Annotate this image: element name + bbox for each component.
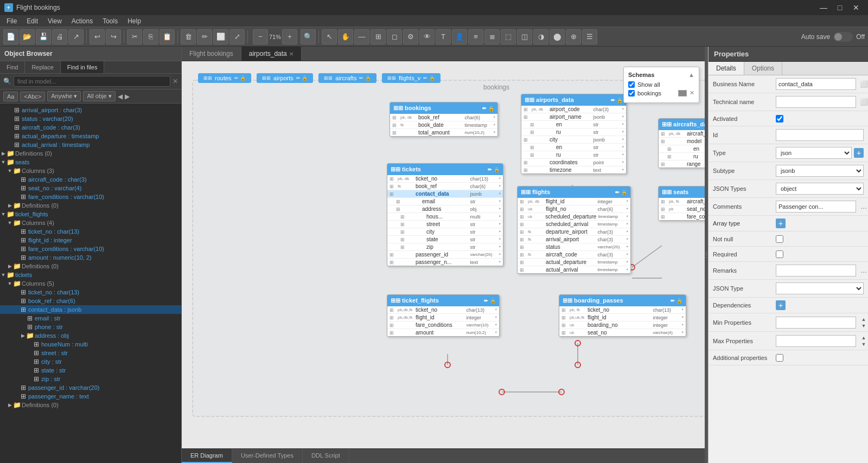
fit-button[interactable]: ⤢ [229, 29, 245, 44]
bottom-tab-ddl-script[interactable]: DDL Script [303, 449, 349, 463]
tree-item[interactable]: ⊞street : str [0, 349, 181, 357]
diagram-canvas[interactable]: bookings [182, 61, 705, 448]
minimize-button[interactable]: — [816, 0, 831, 15]
filter-prev-icon[interactable]: ◀ [118, 93, 123, 100]
schema-pill-aircrafts[interactable]: ⊞⊞ aircrafts ✏ 🔒 [318, 73, 376, 83]
tool-g[interactable]: ⬚ [501, 29, 516, 44]
technical-name-input[interactable] [776, 96, 856, 108]
save-button[interactable]: 💾 [36, 29, 51, 44]
bottom-tab-user-defined[interactable]: User-Defined Types [232, 449, 303, 463]
table-button[interactable]: ⊞ [371, 29, 386, 44]
tool-j[interactable]: ⬤ [550, 29, 565, 44]
tree-item[interactable]: ▼📁tickets [0, 271, 181, 279]
tree-item[interactable]: ⊞state : str [0, 366, 181, 375]
tree-item[interactable]: ▼📁Columns (4) [0, 218, 181, 227]
menu-file[interactable]: File [2, 16, 21, 26]
tab-flight-bookings[interactable]: Flight bookings [182, 47, 241, 61]
tool-i[interactable]: ◑ [533, 29, 548, 44]
bookings-close-icon[interactable]: ✕ [690, 89, 694, 97]
tab-airports-data-close[interactable]: ✕ [289, 51, 293, 57]
tree-item[interactable]: ▼📁Columns (3) [0, 166, 181, 175]
cursor-button[interactable]: ↖ [322, 29, 337, 44]
tool-d[interactable]: 👤 [452, 29, 467, 44]
bookings-checkbox[interactable] [628, 90, 635, 97]
type-plus-btn[interactable]: + [854, 148, 864, 158]
redo-button[interactable]: ↪ [106, 29, 121, 44]
tree-item[interactable]: ⊞passenger_name : text [0, 392, 181, 401]
open-button[interactable]: 📂 [20, 29, 35, 44]
tree-item[interactable]: ⊞passenger_id : varchar(20) [0, 383, 181, 392]
props-tab-details[interactable]: Details [709, 62, 744, 75]
max-properties-down-btn[interactable]: ▼ [858, 341, 868, 347]
tree-item[interactable]: ⊞seat_no : varchar(4) [0, 184, 181, 192]
json-types-select[interactable]: object array string [776, 183, 864, 195]
delete-button[interactable]: 🗑 [181, 29, 196, 44]
tree-item[interactable]: ▼📁seats [0, 158, 181, 166]
tool-a[interactable]: ⚙ [403, 29, 418, 44]
tool-l[interactable]: ☰ [582, 29, 597, 44]
tool-f[interactable]: ≣ [484, 29, 500, 44]
autosave-toggle[interactable] [833, 32, 853, 42]
table-flights[interactable]: ⊞⊞ flights✏ 🔒 ⊞pk, dkflight_idinteger* ⊞… [517, 186, 631, 274]
table-tickets[interactable]: ⊞⊞ tickets✏ 🔒 ⊞pk, dkticket_nochar(13)* … [387, 163, 503, 266]
comments-input[interactable] [776, 201, 856, 213]
activated-checkbox[interactable] [776, 115, 783, 123]
bottom-tab-er-diagram[interactable]: ER Diagram [182, 449, 232, 463]
export-button[interactable]: ↗ [68, 29, 84, 44]
tree-item[interactable]: ⊞arrival_airport : char(3) [0, 106, 181, 114]
zoom-out-button[interactable]: − [253, 29, 268, 44]
tree-item[interactable]: ⊞status : varchar(20) [0, 114, 181, 123]
props-tab-options[interactable]: Options [744, 62, 782, 75]
max-properties-input[interactable] [776, 335, 856, 347]
additional-properties-checkbox[interactable] [776, 354, 783, 362]
tree-item[interactable]: ▶📁Definitions (0) [0, 201, 181, 210]
min-properties-down-btn[interactable]: ▼ [858, 323, 868, 329]
tool-e[interactable]: ≡ [468, 29, 483, 44]
zoom-reset-button[interactable]: 🔍 [301, 29, 316, 44]
tree-item[interactable]: ⊞fare_conditions : varchar(10) [0, 245, 181, 253]
tree-item[interactable]: ⊞ticket_no : char(13) [0, 227, 181, 236]
zoom-in-button[interactable]: + [282, 29, 297, 44]
menu-view[interactable]: View [43, 16, 66, 26]
close-button[interactable]: ✕ [848, 0, 864, 15]
tree-item[interactable]: ⊞phone : str [0, 323, 181, 331]
business-name-input[interactable] [776, 78, 856, 90]
tree-item[interactable]: ⊞email : str [0, 314, 181, 323]
required-checkbox[interactable] [776, 250, 783, 258]
array-type-plus-btn[interactable]: + [776, 218, 786, 228]
schema-pill-airports[interactable]: ⊞⊞ airports ✏ 🔒 [257, 73, 313, 83]
max-properties-up-btn[interactable]: ▲ [858, 335, 868, 340]
table-ticket-flights[interactable]: ⊞⊞ ticket_flights✏ 🔒 ⊞pk,dk,fkticket_noc… [387, 294, 500, 337]
schema-pill-routes[interactable]: ⊞⊞ routes ✏ 🔒 [198, 73, 251, 83]
tree-item[interactable]: ▶📁Definitions (0) [0, 401, 181, 409]
table-aircrafts-data[interactable]: ⊞⊞ aircrafts_data✏ 🔒 ⊞pk, dkaircraft_cod… [658, 118, 705, 168]
tool-h[interactable]: ◫ [517, 29, 532, 44]
filter-allobj-dropdown[interactable]: All obje ▾ [83, 91, 115, 101]
show-all-checkbox[interactable] [628, 81, 635, 88]
menu-help[interactable]: Help [123, 16, 145, 26]
clear-search-icon[interactable]: ✕ [173, 78, 178, 85]
tree-item[interactable]: ⊞houseNum : multi [0, 340, 181, 349]
filter-aa-button[interactable]: Aa [3, 92, 18, 101]
tree-item[interactable]: ▶📁Definitions (0) [0, 149, 181, 158]
id-input[interactable] [776, 129, 864, 141]
tree-item[interactable]: ▼📁ticket_flights [0, 210, 181, 218]
tree-item[interactable]: ▼📁Columns (5) [0, 279, 181, 288]
filter-next-icon[interactable]: ▶ [125, 93, 130, 100]
line-button[interactable]: — [354, 29, 369, 44]
min-properties-up-btn[interactable]: ▲ [858, 316, 868, 322]
tool-c[interactable]: T [436, 29, 451, 44]
tree-item[interactable]: ⊞contact_data : jsonb [0, 305, 181, 314]
cut-button[interactable]: ✂ [127, 29, 142, 44]
comments-expand-btn[interactable]: … [858, 201, 868, 212]
copy-button[interactable]: ⎘ [143, 29, 158, 44]
menu-edit[interactable]: Edit [22, 16, 42, 26]
tree-item[interactable]: ▶📁address : obj [0, 331, 181, 340]
ob-tab-findinfiles[interactable]: Find in files [61, 61, 105, 73]
tree-item[interactable]: ⊞aircraft_code : char(3) [0, 175, 181, 184]
hand-button[interactable]: ✋ [338, 29, 353, 44]
table-airports-data[interactable]: ⊞⊞ airports_data✏ 🔒 ⊞pk, dkairport_codec… [521, 94, 627, 174]
tree-item[interactable]: ⊞flight_id : integer [0, 236, 181, 245]
tool-b[interactable]: 👁 [419, 29, 435, 44]
table-seats[interactable]: ⊞⊞ seats✏ 🔒 ⊞pk, fkaircraft_codechar(3)*… [658, 186, 705, 221]
